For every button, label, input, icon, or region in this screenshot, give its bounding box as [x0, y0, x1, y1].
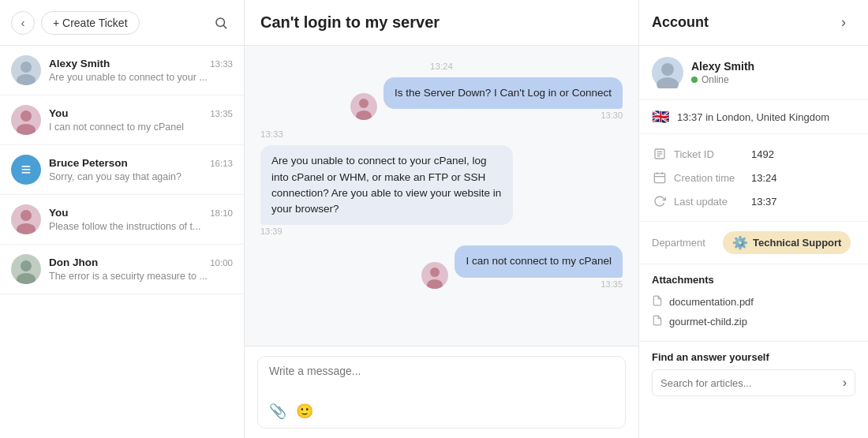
conversation-list: Alexy Smith 13:33 Are you unable to conn…	[0, 46, 244, 438]
search-button[interactable]	[209, 11, 233, 35]
ticket-id-value: 1492	[751, 148, 774, 160]
conv-name: You	[49, 107, 69, 119]
next-button[interactable]: ›	[832, 11, 855, 35]
conversation-info: You 13:35 I can not connect to my cPanel	[49, 107, 233, 133]
list-item[interactable]: Alexy Smith 13:33 Are you unable to conn…	[0, 46, 244, 95]
location-text: 13:37 in London, United Kingdom	[677, 111, 829, 123]
svg-line-1	[223, 25, 226, 28]
svg-point-14	[661, 63, 674, 76]
list-item[interactable]: You 13:35 I can not connect to my cPanel	[0, 95, 244, 145]
last-update-value: 13:37	[751, 196, 777, 208]
svg-point-12	[430, 268, 440, 277]
middle-panel: Can't login to my server 13:24 Is the Se…	[245, 0, 639, 438]
list-item[interactable]: You 18:10 Please follow the instructions…	[0, 195, 244, 245]
conv-preview: The error is a secuirty measure to ...	[49, 271, 233, 282]
message-row: Are you unable to connect to your cPanel…	[260, 145, 623, 236]
svg-point-10	[359, 99, 369, 108]
attachments-section: Attachments documentation.pdf gourmet-ch…	[639, 264, 868, 342]
message-column: Is the Server Down? I Can't Log in or Co…	[383, 77, 623, 120]
chat-input-icons: 📎 🙂	[269, 402, 614, 420]
status-label: Online	[702, 74, 729, 85]
left-panel: ‹ + Create Ticket Alexy Smith 13:33 Are …	[0, 0, 245, 438]
back-button[interactable]: ‹	[11, 11, 35, 35]
last-update-row: Last update 13:37	[652, 189, 855, 213]
message-time: 13:39	[260, 226, 513, 236]
conv-time: 13:33	[210, 59, 233, 69]
middle-header: Can't login to my server	[245, 0, 638, 46]
svg-point-4	[21, 110, 32, 122]
conv-name: Don Jhon	[49, 256, 98, 268]
message-input[interactable]	[269, 365, 614, 393]
create-ticket-label: + Create Ticket	[53, 17, 128, 29]
message-time: 13:35	[600, 279, 623, 289]
message-timestamp: 13:33	[260, 129, 623, 139]
conv-time: 18:10	[210, 208, 233, 218]
svg-point-7	[17, 223, 36, 234]
ticket-id-icon	[652, 146, 668, 162]
emoji-icon[interactable]: 🙂	[296, 402, 313, 420]
create-ticket-button[interactable]: + Create Ticket	[41, 11, 140, 35]
conv-preview: I can not connect to my cPanel	[49, 122, 233, 133]
article-search-input[interactable]	[660, 377, 843, 389]
conversation-title: Can't login to my server	[260, 13, 440, 32]
svg-point-9	[17, 273, 36, 284]
department-label: Department	[652, 237, 715, 249]
conv-name: Bruce Peterson	[49, 157, 128, 169]
ticket-info: Ticket ID 1492 Creation time 13:24 Last …	[639, 134, 868, 222]
conv-name: Alexy Smith	[49, 58, 110, 69]
left-header: ‹ + Create Ticket	[0, 0, 244, 46]
svg-point-6	[21, 210, 32, 221]
svg-point-3	[17, 74, 36, 85]
svg-rect-20	[654, 174, 664, 183]
conv-time: 16:13	[210, 159, 233, 168]
last-update-label: Last update	[674, 196, 745, 208]
right-header: Account ›	[639, 0, 868, 46]
chat-input-box: 📎 🙂	[257, 356, 626, 429]
article-search-box[interactable]: ›	[652, 369, 855, 396]
account-profile: Alexy Smith Online	[639, 46, 868, 100]
department-badge: ⚙️ Technical Support	[723, 231, 851, 254]
status-dot	[691, 77, 698, 83]
attachment-item[interactable]: documentation.pdf	[652, 292, 855, 312]
ticket-id-row: Ticket ID 1492	[652, 142, 855, 166]
message-bubble: I can not connect to my cPanel	[455, 245, 623, 277]
account-status: Online	[691, 74, 754, 85]
chat-area: 13:24 Is the Server Down? I Can't Log in…	[245, 46, 638, 346]
avatar	[652, 57, 683, 88]
avatar	[11, 55, 41, 85]
avatar	[11, 105, 41, 135]
message-row: I can not connect to my cPanel 13:35	[260, 245, 623, 288]
svg-point-0	[216, 18, 225, 27]
conv-preview: Are you unable to connect to your ...	[49, 72, 233, 83]
attachment-filename: gourmet-child.zip	[669, 316, 747, 328]
attachments-label: Attachments	[652, 274, 855, 286]
list-item[interactable]: Don Jhon 10:00 The error is a secuirty m…	[0, 245, 244, 294]
list-item[interactable]: ≡ Bruce Peterson 16:13 Sorry, can you sa…	[0, 145, 244, 195]
attach-icon[interactable]: 📎	[269, 402, 286, 420]
ticket-id-label: Ticket ID	[674, 148, 745, 160]
creation-time-icon	[652, 170, 668, 185]
account-name: Alexy Smith	[691, 60, 754, 73]
message-row: Is the Server Down? I Can't Log in or Co…	[260, 77, 623, 120]
svg-point-11	[356, 110, 372, 120]
right-panel-title: Account	[652, 14, 709, 31]
right-panel: Account › Alexy Smith Online 🇬🇧 13:37 in…	[639, 0, 868, 438]
message-column: Are you unable to connect to your cPanel…	[260, 145, 513, 236]
last-update-icon	[652, 193, 668, 209]
message-bubble: Is the Server Down? I Can't Log in or Co…	[383, 77, 623, 109]
avatar	[11, 254, 41, 284]
conv-time: 10:00	[210, 258, 233, 268]
conv-preview: Sorry, can you say that again?	[49, 171, 233, 182]
search-arrow-icon[interactable]: ›	[843, 376, 847, 390]
message-timestamp: 13:24	[260, 62, 623, 71]
svg-point-5	[17, 124, 36, 135]
svg-point-2	[21, 62, 32, 73]
avatar: ≡	[11, 155, 41, 185]
chat-input-area: 📎 🙂	[245, 346, 638, 438]
find-answer-section: Find an answer yourself ›	[639, 342, 868, 406]
svg-point-8	[21, 260, 32, 271]
attachment-item[interactable]: gourmet-child.zip	[652, 312, 855, 331]
message-time: 13:30	[600, 110, 623, 120]
department-row: Department ⚙️ Technical Support	[639, 222, 868, 264]
creation-time-row: Creation time 13:24	[652, 166, 855, 189]
